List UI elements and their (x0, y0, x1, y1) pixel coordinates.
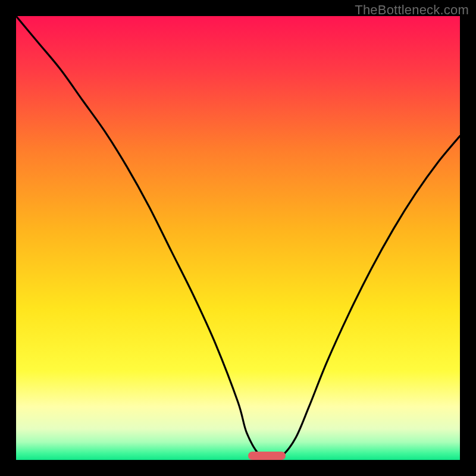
plot-area (16, 16, 460, 460)
bottleneck-curve (16, 16, 460, 460)
optimal-marker (248, 452, 286, 460)
watermark-text: TheBottleneck.com (355, 2, 469, 18)
chart-frame: TheBottleneck.com (0, 0, 476, 476)
